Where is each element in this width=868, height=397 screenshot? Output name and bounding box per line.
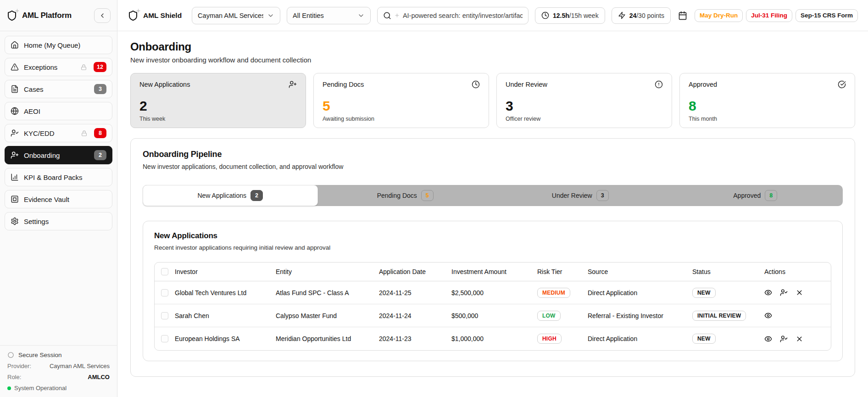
chevron-left-icon [99,12,106,19]
table-body: Global Tech Ventures Ltd Atlas Fund SPC … [155,281,831,350]
zap-icon [618,11,626,19]
sidebar-item-label: Exceptions [24,63,76,71]
user-check-icon[interactable] [780,335,788,343]
role-label: Role: [7,374,21,380]
stat-card-new-applications[interactable]: New Applications 2 This week [130,73,306,128]
eye-icon[interactable] [764,312,772,319]
tab-approved[interactable]: Approved 8 [668,185,843,206]
sidebar-item-home[interactable]: Home (My Queue) [5,36,112,54]
sidebar-item-exceptions[interactable]: Exceptions 12 [5,58,112,76]
secure-session-label: Secure Session [18,352,62,358]
column-header: Application Date [379,268,451,275]
investor-cell: European Holdings SA [175,335,276,342]
row-actions [764,312,831,319]
eye-icon[interactable] [764,335,772,343]
table-row[interactable]: European Holdings SA Meridian Opportunit… [155,327,831,350]
pipeline-title: Onboarding Pipeline [143,150,843,159]
row-checkbox[interactable] [161,312,168,319]
eye-icon[interactable] [764,289,772,296]
deadline-chip-jul-31-filing[interactable]: Jul-31 Filing [746,9,792,22]
entity-cell: Meridian Opportunities Ltd [276,335,379,342]
sidebar-item-label: Cases [24,85,89,93]
status-badge: NEW [692,288,716,298]
check-circle-icon [838,80,846,89]
provider-select[interactable]: Cayman AML Services [192,7,280,24]
sidebar-item-label: KYC/EDD [24,129,76,137]
tab-label: Pending Docs [377,192,417,199]
sidebar-item-evidence-vault[interactable]: Evidence Vault [5,190,112,208]
clock-icon [472,80,480,89]
entity-cell: Atlas Fund SPC - Class A [276,289,379,296]
sidebar-item-label: Home (My Queue) [24,41,106,49]
tab-label: Under Review [552,192,592,199]
sidebar-item-aeoi[interactable]: AEOI [5,102,112,120]
column-header: Investment Amount [451,268,537,275]
stat-card-value: 8 [689,99,846,113]
tab-label: Approved [733,192,761,199]
sidebar-item-kyc-edd[interactable]: KYC/EDD 8 [5,124,112,142]
sidebar-footer: Secure Session Provider: Cayman AML Serv… [0,345,117,397]
stat-card-under-review[interactable]: Under Review 3 Officer review [496,73,672,128]
vault-icon [11,195,19,203]
tab-new-applications[interactable]: New Applications 2 [143,185,318,206]
sidebar-item-kpi-board-packs[interactable]: KPI & Board Packs [5,168,112,186]
status-badge: INITIAL REVIEW [692,311,746,321]
investment-amount-cell: $2,500,000 [451,289,537,296]
page-content: Onboarding New investor onboarding workf… [117,31,868,397]
x-icon[interactable] [796,289,803,296]
source-cell: Direct Application [588,335,692,342]
chevron-down-icon [357,12,365,19]
provider-select-value: Cayman AML Services [198,12,263,19]
entity-select[interactable]: All Entities [287,7,371,24]
tab-count-badge: 3 [596,190,609,201]
sparkles-icon [395,13,400,18]
count-badge: 2 [94,150,106,160]
search-input[interactable] [403,12,523,19]
row-checkbox[interactable] [161,335,168,342]
stat-card-approved[interactable]: Approved 8 This month [679,73,855,128]
provider-row: Provider: Cayman AML Services [7,363,110,369]
stat-card-subtext: This month [689,116,846,122]
sidebar-item-label: Settings [24,218,106,225]
table-row[interactable]: Global Tech Ventures Ltd Atlas Fund SPC … [155,281,831,304]
globe-icon [11,107,19,115]
time-tracker-pill[interactable]: 12.5h/15h week [535,7,605,24]
x-icon[interactable] [796,335,803,343]
tab-count-badge: 2 [250,190,263,201]
tab-count-badge: 8 [765,190,777,201]
topbar-brand-label: AML Shield [143,11,182,20]
deadline-chips: May Dry-Run Jul-31 Filing Sep-15 CRS For… [695,9,858,22]
stat-card-label: New Applications [139,81,190,88]
tab-count-badge: 5 [421,190,434,201]
stat-card-value: 5 [323,99,480,113]
stat-card-pending-docs[interactable]: Pending Docs 5 Awaiting submission [313,73,489,128]
sidebar-collapse-button[interactable] [94,8,111,23]
lock-icon [81,130,87,136]
sidebar: AML Platform Home (My Queue) Exceptions [0,0,117,397]
topbar: AML Shield Cayman AML Services All Entit… [117,0,868,31]
select-all-checkbox[interactable] [161,268,168,275]
sidebar-item-onboarding[interactable]: Onboarding 2 [5,146,112,164]
application-date-cell: 2024-11-24 [379,312,451,319]
triangle-alert-icon [11,63,19,71]
tab-under-review[interactable]: Under Review 3 [493,185,668,206]
sidebar-item-settings[interactable]: Settings [5,212,112,230]
risk-tier-badge: HIGH [537,334,562,344]
system-status-label: System Operational [14,385,67,391]
main-column: AML Shield Cayman AML Services All Entit… [117,0,868,397]
stat-cards: New Applications 2 This week Pending Doc… [130,73,855,128]
user-check-icon[interactable] [780,289,788,296]
time-tracker-text: 12.5h/15h week [553,12,599,19]
house-icon [11,41,19,49]
table-row[interactable]: Sarah Chen Calypso Master Fund 2024-11-2… [155,304,831,327]
row-checkbox[interactable] [161,289,168,296]
deadline-chip-may-dry-run[interactable]: May Dry-Run [695,9,743,22]
system-status: System Operational [7,385,110,391]
user-plus-icon [289,80,297,89]
tab-label: New Applications [197,192,246,199]
tab-pending-docs[interactable]: Pending Docs 5 [318,185,493,206]
row-actions [764,289,831,296]
sidebar-item-cases[interactable]: Cases 3 [5,80,112,98]
points-pill[interactable]: 24/30 points [612,7,671,24]
deadline-chip-sep-15-crs-form[interactable]: Sep-15 CRS Form [796,9,858,22]
